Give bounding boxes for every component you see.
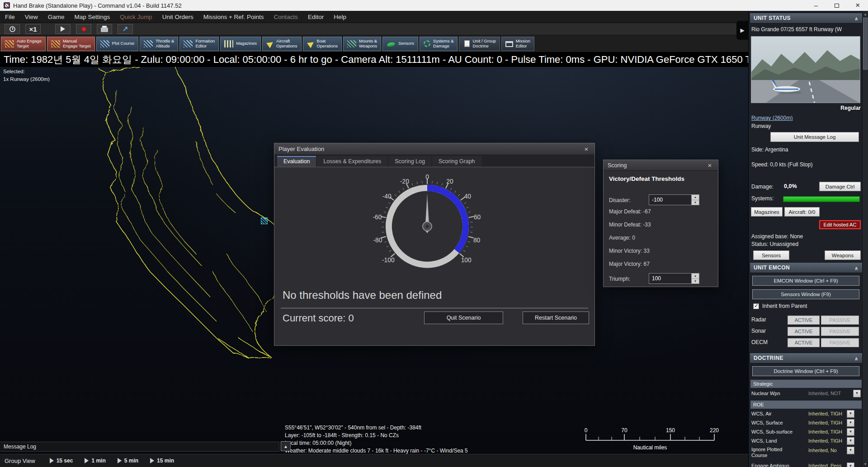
scroll-up-icon[interactable] — [863, 11, 868, 17]
menu-item[interactable]: View — [20, 11, 43, 23]
message-log-expand-button[interactable] — [281, 441, 291, 451]
dropdown-icon[interactable] — [847, 428, 854, 436]
unit-message-log-button[interactable]: Unit Message Log — [770, 132, 859, 142]
sidebar-collapse-button[interactable] — [736, 21, 748, 40]
emcon-row: Radar ACTIVE PASSIVE — [749, 315, 862, 326]
doctrine-window-button[interactable]: Doctrine Window (Ctrl + F9) — [752, 366, 859, 376]
play-icon — [118, 458, 122, 463]
time-step-button[interactable]: 15 sec — [50, 458, 73, 464]
unit-toolbar-button[interactable]: Mission Editor — [501, 37, 534, 51]
emcon-passive-cell[interactable]: PASSIVE — [821, 327, 859, 336]
emcon-window-button[interactable]: EMCON Window (Ctrl + F9) — [752, 276, 859, 286]
menu-item[interactable]: Map Settings — [70, 11, 115, 23]
scrollbar-thumb[interactable] — [863, 18, 868, 70]
dialog-titlebar[interactable]: Scoring × — [604, 160, 718, 171]
group-view-button[interactable]: Group View — [5, 458, 35, 464]
unit-toolbar-button[interactable]: Sensors — [382, 37, 418, 51]
menu-item[interactable]: Game — [43, 11, 70, 23]
dialog-titlebar[interactable]: Player Evaluation × — [274, 143, 594, 155]
time-step-button[interactable]: 1 min — [85, 458, 105, 464]
toolbar-button-label: Throttle & Altitude — [156, 39, 174, 48]
unit-status-header[interactable]: UNIT STATUS — [750, 13, 863, 24]
inherit-checkbox[interactable] — [753, 303, 759, 309]
quit-scenario-button[interactable]: Quit Scenario — [424, 311, 503, 324]
doctrine-setting-label: WCS, Land — [751, 438, 777, 443]
menu-item[interactable]: Help — [329, 11, 351, 23]
toolbar-button-icon — [224, 40, 233, 47]
dropdown-icon[interactable] — [847, 419, 854, 427]
menu-item[interactable]: Unit Orders — [157, 11, 198, 23]
time-step-button[interactable]: 15 min — [150, 458, 174, 464]
evaluation-tab[interactable]: Evaluation — [277, 156, 316, 167]
aircraft-button[interactable]: Aircraft: 0/0 — [784, 207, 820, 217]
menu-item[interactable]: File — [0, 11, 20, 23]
menu-item[interactable]: Missions + Ref. Points — [198, 11, 269, 23]
unit-toolbar-button[interactable]: Auto Engage Target — [1, 37, 46, 51]
spinner-down-icon[interactable] — [692, 279, 699, 284]
play-button[interactable] — [55, 24, 71, 34]
unit-toolbar-button[interactable]: Mounts & Weapons — [343, 37, 381, 51]
dropdown-icon[interactable] — [853, 390, 861, 397]
unit-emcon-header[interactable]: UNIT EMCON — [750, 262, 863, 273]
minimize-button[interactable] — [806, 0, 826, 11]
selected-heading: Selected: — [3, 69, 25, 74]
unit-class-link[interactable]: Runway (2600m) — [751, 115, 793, 121]
doctrine-header[interactable]: DOCTRINE — [750, 353, 863, 363]
emcon-passive-cell[interactable]: PASSIVE — [821, 338, 859, 347]
unit-toolbar-button[interactable]: Formation Editor — [179, 37, 219, 51]
dropdown-icon[interactable] — [847, 462, 854, 467]
dropdown-icon[interactable] — [847, 437, 854, 445]
unit-toolbar-button[interactable]: Plot Course — [96, 37, 139, 51]
time-speed-indicator[interactable]: ×1 — [25, 24, 41, 34]
message-log-bar[interactable]: Message Log — [0, 442, 279, 452]
time-step-button[interactable]: 5 min — [118, 458, 138, 464]
menu-item[interactable]: Editor — [303, 11, 329, 23]
evaluation-tab[interactable]: Scoring Graph — [432, 156, 481, 167]
maximize-icon — [835, 4, 839, 8]
unit-toolbar-button[interactable]: Boat Operations — [303, 37, 342, 51]
weapons-button[interactable]: Weapons — [825, 250, 861, 260]
dropdown-icon[interactable] — [847, 410, 854, 418]
evaluation-tab[interactable]: Losses & Expenditures — [317, 156, 387, 167]
print-button[interactable] — [97, 24, 112, 34]
scroll-down-icon[interactable] — [863, 461, 868, 467]
close-button[interactable] — [847, 0, 868, 11]
menu-item[interactable]: Contacts — [269, 11, 303, 23]
dropdown-icon[interactable] — [847, 447, 854, 454]
menu-item[interactable]: Quick Jump — [115, 11, 157, 23]
emcon-active-cell[interactable]: ACTIVE — [788, 338, 820, 347]
airfield-unit-icon[interactable] — [261, 217, 268, 224]
damage-label: Damage: — [751, 184, 774, 190]
emcon-active-cell[interactable]: ACTIVE — [788, 316, 820, 325]
unit-toolbar-button[interactable]: Unit / Group Doctrine — [459, 37, 500, 51]
unit-toolbar-button[interactable]: Aircraft Operations — [262, 37, 301, 51]
disaster-input[interactable] — [649, 195, 691, 205]
sensors-button[interactable]: Sensors — [753, 250, 789, 260]
unit-toolbar-button[interactable]: Systems & Damage — [420, 37, 458, 51]
spinner-up-icon[interactable] — [692, 274, 699, 279]
edit-hosted-ac-button[interactable]: Edit hosted AC — [819, 220, 861, 229]
close-icon[interactable]: × — [582, 145, 590, 153]
evaluation-tab[interactable]: Scoring Log — [388, 156, 431, 167]
side-label: Side: Argentina — [751, 146, 788, 153]
time-compression-button[interactable] — [5, 24, 20, 34]
unit-toolbar-button[interactable]: Throttle & Altitude — [140, 37, 178, 51]
triumph-input[interactable] — [649, 274, 691, 283]
maximize-button[interactable] — [826, 0, 847, 11]
quick-jump-button[interactable] — [118, 24, 133, 34]
toolbar-button-icon — [464, 40, 470, 47]
unit-toolbar-button[interactable]: Magazines — [220, 37, 261, 51]
record-button[interactable] — [76, 24, 91, 34]
unit-toolbar-button[interactable]: Manual Engage Target — [47, 37, 95, 51]
doctrine-setting-label: WCS, Air — [751, 411, 772, 416]
spinner-down-icon[interactable] — [692, 200, 699, 205]
restart-scenario-button[interactable]: Restart Scenario — [523, 311, 589, 324]
close-icon[interactable]: × — [706, 161, 714, 169]
emcon-passive-cell[interactable]: PASSIVE — [821, 316, 859, 325]
triumph-input-group — [649, 273, 699, 284]
magazines-button[interactable]: Magazines — [751, 207, 783, 217]
spinner-up-icon[interactable] — [692, 195, 699, 200]
emcon-active-cell[interactable]: ACTIVE — [788, 327, 820, 336]
damage-control-button[interactable]: Damage Ctrl — [819, 182, 861, 191]
sensors-window-button[interactable]: Sensors Window (F9) — [752, 289, 859, 299]
